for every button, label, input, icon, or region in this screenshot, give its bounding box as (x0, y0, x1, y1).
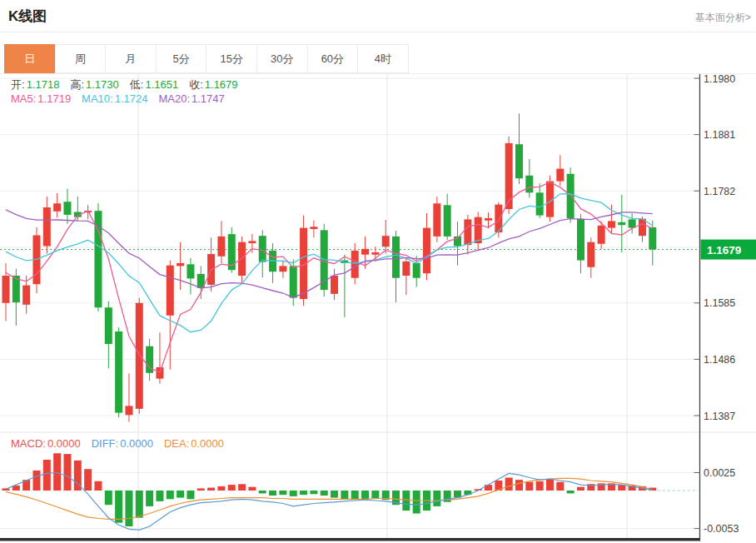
tab-period-6[interactable]: 60分 (307, 44, 359, 73)
dea-line (6, 478, 653, 519)
tab-period-0[interactable]: 日 (4, 44, 56, 73)
svg-text:1.1486: 1.1486 (704, 354, 735, 366)
svg-text:1.1881: 1.1881 (704, 129, 735, 141)
macd-histogram (2, 453, 657, 526)
svg-text:1.1679: 1.1679 (707, 244, 741, 257)
svg-text:0.0025: 0.0025 (704, 467, 735, 479)
tab-period-5[interactable]: 30分 (256, 44, 308, 73)
tab-period-7[interactable]: 4时 (357, 44, 409, 73)
current-price-tag: 1.1679 (701, 240, 756, 260)
svg-text:1.1782: 1.1782 (704, 186, 735, 197)
tab-period-1[interactable]: 周 (55, 44, 107, 73)
page-header: K线图 基本面分析> (0, 0, 756, 32)
tab-period-3[interactable]: 5分 (156, 44, 207, 73)
svg-text:1.1980: 1.1980 (704, 74, 735, 85)
kline-chart-canvas[interactable]: 1.19801.18811.17821.15851.14861.13870.00… (0, 74, 756, 543)
gridlines (0, 74, 756, 538)
svg-text:1.1387: 1.1387 (704, 411, 735, 422)
fundamental-analysis-link[interactable]: 基本面分析> (695, 11, 751, 25)
candles-layer (2, 113, 657, 421)
tab-period-2[interactable]: 月 (105, 44, 157, 73)
page-title: K线图 (8, 7, 47, 26)
svg-text:1.1585: 1.1585 (704, 297, 735, 309)
ma20-line (6, 210, 653, 297)
bottom-axis-bar (0, 538, 700, 541)
period-tab-bar: 日周月5分15分30分60分4时 (0, 44, 756, 74)
svg-text:-0.0053: -0.0053 (704, 523, 739, 535)
ma5-line (6, 182, 653, 372)
tab-period-4[interactable]: 15分 (206, 44, 257, 73)
diff-line (6, 473, 653, 531)
chart-area: 1.19801.18811.17821.15851.14861.13870.00… (0, 74, 756, 543)
